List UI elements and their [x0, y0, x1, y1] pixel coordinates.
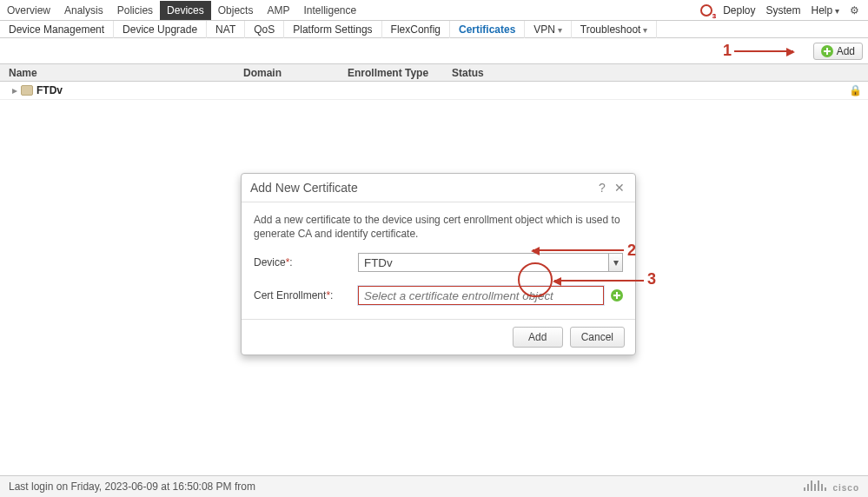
callout-2: 2	[627, 242, 636, 260]
cert-enrollment-row: Cert Enrollment*:	[254, 286, 623, 305]
subnav-platform-settings[interactable]: Platform Settings	[284, 21, 381, 38]
add-button-label: Add	[837, 45, 855, 57]
device-label: Device*:	[254, 256, 358, 268]
col-status: Status	[452, 67, 842, 79]
modal-add-button[interactable]: Add	[513, 327, 563, 348]
lock-icon: 🔒	[842, 84, 868, 96]
plus-icon	[821, 45, 833, 57]
modal-footer: Add Cancel	[242, 319, 635, 355]
device-folder-icon	[21, 85, 33, 96]
col-name: Name	[0, 67, 243, 79]
close-icon[interactable]: ✕	[613, 181, 626, 195]
table-header: Name Domain Enrollment Type Status	[0, 64, 868, 82]
last-login-text: Last login on Friday, 2023-06-09 at 16:5…	[9, 480, 255, 493]
arrow-2	[533, 249, 624, 251]
nav-overview[interactable]: Overview	[0, 1, 57, 20]
nav-intelligence[interactable]: Intelligence	[296, 1, 363, 20]
subnav-qos[interactable]: QoS	[245, 21, 284, 38]
cisco-bars-icon	[804, 480, 826, 491]
device-input[interactable]	[358, 253, 609, 272]
callout-circle-3	[518, 262, 553, 297]
col-enroll: Enrollment Type	[348, 67, 452, 79]
arrow-3	[554, 280, 644, 282]
subnav-troubleshoot[interactable]: Troubleshoot	[572, 21, 657, 38]
nav-devices[interactable]: Devices	[160, 1, 211, 20]
nav-policies[interactable]: Policies	[110, 1, 160, 20]
help-icon[interactable]: ?	[595, 181, 609, 195]
deploy-link[interactable]: Deploy	[723, 4, 755, 17]
subnav-flexconfig[interactable]: FlexConfig	[382, 21, 450, 38]
cert-enrollment-input[interactable]	[358, 286, 604, 305]
help-menu[interactable]: Help	[812, 4, 839, 17]
expand-icon[interactable]: ▸	[9, 84, 21, 96]
callout-1: 1	[723, 42, 732, 60]
modal-titlebar: Add New Certificate ? ✕	[242, 174, 635, 202]
row-name: FTDv	[36, 84, 63, 96]
arrow-1	[734, 50, 793, 52]
table-row[interactable]: ▸ FTDv 🔒	[0, 82, 868, 100]
sub-nav: Device Management Device Upgrade NAT QoS…	[0, 21, 868, 38]
callout-3: 3	[647, 270, 656, 288]
subnav-device-upgrade[interactable]: Device Upgrade	[114, 21, 207, 38]
system-link[interactable]: System	[766, 4, 801, 17]
nav-amp[interactable]: AMP	[260, 1, 296, 20]
add-certificate-button[interactable]: Add	[813, 43, 863, 60]
nav-objects[interactable]: Objects	[211, 1, 261, 20]
cisco-logo: cisco	[804, 480, 859, 493]
col-domain: Domain	[243, 67, 348, 79]
nav-analysis[interactable]: Analysis	[57, 1, 110, 20]
chevron-down-icon[interactable]: ▾	[609, 253, 623, 272]
modal-body: Add a new certificate to the device usin…	[242, 202, 635, 319]
device-combo[interactable]: ▾	[358, 253, 623, 272]
subnav-device-management[interactable]: Device Management	[0, 21, 114, 38]
cert-enrollment-label: Cert Enrollment*:	[254, 289, 358, 302]
modal-title: Add New Certificate	[250, 181, 358, 195]
subnav-certificates[interactable]: Certificates	[450, 21, 525, 38]
device-row: Device*: ▾	[254, 253, 623, 272]
footer-bar: Last login on Friday, 2023-06-09 at 16:5…	[0, 475, 868, 497]
subnav-nat[interactable]: NAT	[207, 21, 245, 38]
top-nav-left: Overview Analysis Policies Devices Objec…	[0, 1, 363, 20]
top-nav: Overview Analysis Policies Devices Objec…	[0, 0, 868, 21]
svg-point-0	[701, 5, 712, 16]
deploy-alert-icon[interactable]: 3	[700, 4, 712, 17]
top-nav-right: 3 Deploy System Help	[700, 4, 868, 17]
deploy-badge: 3	[712, 12, 716, 20]
add-certificate-modal: Add New Certificate ? ✕ Add a new certif…	[241, 173, 636, 355]
gear-icon[interactable]	[850, 4, 859, 17]
modal-cancel-button[interactable]: Cancel	[570, 327, 625, 348]
modal-description: Add a new certificate to the device usin…	[254, 213, 623, 241]
subnav-vpn[interactable]: VPN	[525, 21, 571, 38]
add-enrollment-icon[interactable]	[611, 289, 623, 302]
